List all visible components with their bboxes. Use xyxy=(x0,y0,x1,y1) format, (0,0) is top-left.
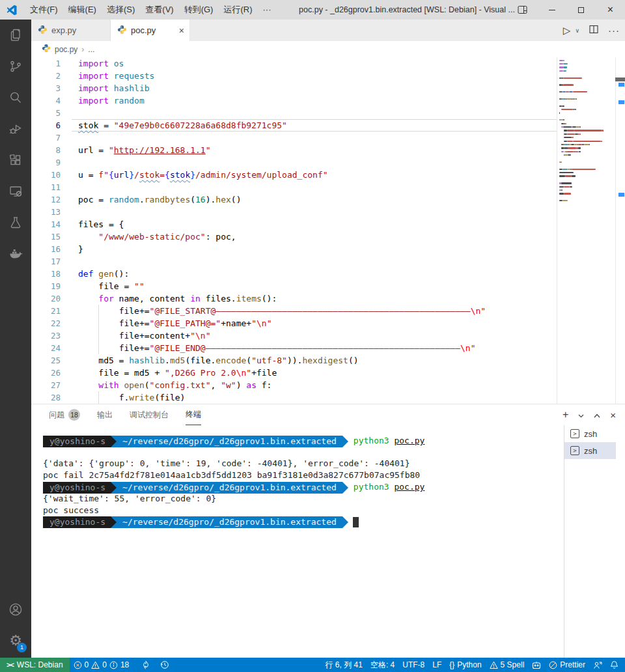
terminal-output[interactable]: y@yoshino-s~/reverse/d26gpro/_d26gprov1.… xyxy=(31,425,563,658)
tab-exp-py[interactable]: exp.py xyxy=(31,20,111,41)
minimap[interactable] xyxy=(557,57,615,404)
menu-item[interactable]: 转到(G) xyxy=(179,0,219,20)
overview-ruler[interactable] xyxy=(615,57,625,404)
code-line[interactable]: "/www/web-static/poc": poc, xyxy=(72,231,557,243)
code-line[interactable] xyxy=(72,255,557,268)
panel-tab-item[interactable]: 输出 xyxy=(97,404,113,425)
code-area[interactable]: import osimport requestsimport hashlibim… xyxy=(72,57,557,404)
terminal-file-link[interactable]: poc.py xyxy=(394,436,424,445)
scrollbar-slider[interactable] xyxy=(615,77,625,81)
breadcrumb[interactable]: poc.py › ... xyxy=(31,41,625,57)
line-number: 6 xyxy=(31,119,72,132)
problems-status[interactable]: 0 0 18 xyxy=(70,658,133,672)
menu-item[interactable]: ··· xyxy=(257,0,276,20)
code-line[interactable] xyxy=(72,132,557,144)
code-line[interactable] xyxy=(72,156,557,169)
feedback-icon[interactable] xyxy=(589,658,606,672)
code-line[interactable]: file+="@FILE_PATH@="+name+"\n" xyxy=(72,317,557,329)
history-status-icon[interactable] xyxy=(156,658,173,672)
prettier-status[interactable]: Prettier xyxy=(545,658,589,672)
close-button[interactable]: × xyxy=(596,0,625,20)
explorer-icon[interactable] xyxy=(0,20,31,51)
code-line[interactable] xyxy=(72,181,557,193)
flame-status-icon[interactable] xyxy=(138,658,154,672)
close-panel-icon[interactable]: × xyxy=(610,410,616,421)
docker-icon[interactable] xyxy=(0,238,31,270)
tab-close-icon[interactable]: × xyxy=(179,25,184,36)
code-line[interactable]: import os xyxy=(72,57,557,70)
code-line[interactable]: file = "" xyxy=(72,280,557,292)
code-line[interactable]: f.write(file) xyxy=(72,391,557,404)
terminal-list-item[interactable]: >zsh xyxy=(564,442,616,459)
robot-status-icon[interactable] xyxy=(528,658,545,672)
code-line[interactable]: u = f"{url}/stok={stok}/admin/system/upl… xyxy=(72,169,557,181)
terminal-list-item[interactable]: >zsh xyxy=(564,425,616,442)
source-control-icon[interactable] xyxy=(0,51,31,82)
code-line[interactable]: for name, content in files.items(): xyxy=(72,292,557,305)
code-line[interactable]: file+="@FILE_END@———————————————————————… xyxy=(72,342,557,354)
panel-tab-item[interactable]: 问题18 xyxy=(49,404,80,425)
terminal-output-line: poc success xyxy=(43,505,563,516)
editor[interactable]: 1234567891011121314151617181920212223242… xyxy=(31,57,625,404)
code-line[interactable]: } xyxy=(72,243,557,255)
indentation[interactable]: 空格: 4 xyxy=(367,658,398,672)
code-line[interactable]: file+=content+"\n" xyxy=(72,329,557,342)
breadcrumb-symbol[interactable]: ... xyxy=(88,45,94,54)
cursor-position[interactable]: 行 6, 列 41 xyxy=(322,658,367,672)
more-actions-icon[interactable]: ··· xyxy=(608,25,620,36)
account-icon[interactable] xyxy=(0,594,31,625)
remote-explorer-icon[interactable] xyxy=(0,176,31,207)
code-line[interactable]: md5 = hashlib.md5(file.encode("utf-8")).… xyxy=(72,354,557,367)
code-line[interactable]: stok = "49e7e9b0c6607228a6a68d8fb9271c95… xyxy=(72,119,557,132)
spell-checker-status[interactable]: 5 Spell xyxy=(486,658,529,672)
run-dropdown-icon[interactable]: ∨ xyxy=(575,27,579,34)
code-line[interactable]: file+="@FILE_START@—————————————————————… xyxy=(72,305,557,317)
language-mode[interactable]: {}Python xyxy=(445,658,485,672)
new-terminal-icon[interactable]: + xyxy=(562,409,568,421)
menu-item[interactable]: 查看(V) xyxy=(140,0,178,20)
testing-icon[interactable] xyxy=(0,207,31,238)
remote-indicator[interactable]: >< WSL: Debian xyxy=(0,658,70,672)
code-line[interactable]: import random xyxy=(72,94,557,107)
tab-poc-py[interactable]: poc.py × xyxy=(111,20,190,41)
menu-item[interactable]: 文件(F) xyxy=(25,0,63,20)
line-number: 12 xyxy=(31,193,72,206)
code-line[interactable]: file = md5 + ",D26G Pro 2.0\n"+file xyxy=(72,367,557,379)
line-number: 14 xyxy=(31,218,72,231)
run-python-file-button[interactable]: ▷ xyxy=(563,25,571,36)
minimize-button[interactable] xyxy=(537,0,566,20)
line-number: 9 xyxy=(31,156,72,169)
prettier-icon xyxy=(549,661,557,669)
panel-tab-item[interactable]: 调试控制台 xyxy=(130,404,169,425)
code-line[interactable]: url = "http://192.168.1.1" xyxy=(72,144,557,156)
menu-item[interactable]: 编辑(E) xyxy=(63,0,102,20)
terminal-dropdown-icon[interactable] xyxy=(578,409,584,421)
menu-item[interactable]: 运行(R) xyxy=(218,0,257,20)
menu-item[interactable]: 选择(S) xyxy=(102,0,140,20)
code-line[interactable]: import hashlib xyxy=(72,82,557,94)
settings-gear-icon[interactable]: ⚙ 1 xyxy=(0,625,31,656)
panel-tab-active[interactable]: 终端 xyxy=(186,404,201,425)
search-icon[interactable] xyxy=(0,82,31,113)
bottom-panel: 问题18输出调试控制台终端 + × y@yoshino-s~/reverse/d… xyxy=(31,404,625,658)
maximize-button[interactable] xyxy=(566,0,596,20)
line-number: 18 xyxy=(31,268,72,280)
code-line[interactable]: def gen(): xyxy=(72,268,557,280)
eol-sequence[interactable]: LF xyxy=(428,658,445,672)
code-line[interactable]: files = { xyxy=(72,218,557,231)
terminal-file-link[interactable]: poc.py xyxy=(394,482,424,492)
encoding[interactable]: UTF-8 xyxy=(398,658,428,672)
code-line[interactable]: with open("config.txt", "w") as f: xyxy=(72,379,557,391)
code-line[interactable]: import requests xyxy=(72,70,557,82)
code-line[interactable] xyxy=(72,206,557,218)
breadcrumb-file[interactable]: poc.py xyxy=(55,45,77,54)
line-number: 23 xyxy=(31,329,72,342)
extensions-icon[interactable] xyxy=(0,145,31,176)
code-line[interactable] xyxy=(72,107,557,119)
layout-icon[interactable] xyxy=(508,0,537,20)
notifications-bell-icon[interactable] xyxy=(606,658,625,672)
maximize-panel-icon[interactable] xyxy=(594,409,600,421)
code-line[interactable]: poc = random.randbytes(16).hex() xyxy=(72,193,557,206)
split-editor-icon[interactable] xyxy=(589,25,598,36)
run-debug-icon[interactable] xyxy=(0,113,31,145)
